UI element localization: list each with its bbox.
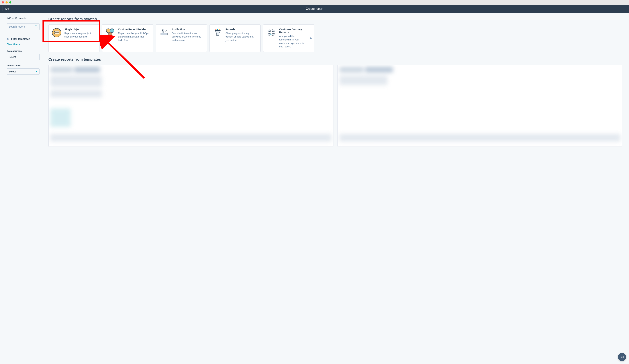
card-title: Funnels — [225, 28, 257, 31]
page-title: Create report — [306, 7, 323, 10]
card-desc: Analyze all the touchpoints in your cust… — [279, 35, 308, 48]
card-funnels[interactable]: Funnels Show progress through contact or… — [209, 24, 261, 52]
main-content: Create reports from scratch Single objec… — [45, 13, 629, 147]
chevron-down-icon — [36, 56, 37, 58]
visualization-select[interactable]: Select — [7, 68, 39, 75]
data-sources-label: Data sources — [7, 50, 39, 52]
svg-point-18 — [163, 30, 164, 30]
card-desc: Show progress through contact or deal st… — [225, 32, 257, 42]
visualization-label: Visualization — [7, 64, 39, 67]
settings-icon — [7, 38, 9, 40]
svg-rect-10 — [54, 33, 59, 34]
card-attribution[interactable]: Attribution See what interactions or act… — [156, 24, 207, 52]
card-title: Attribution — [172, 28, 203, 31]
svg-point-21 — [217, 29, 218, 30]
data-sources-value: Select — [9, 56, 16, 58]
card-desc: See what interactions or activities drov… — [172, 32, 203, 42]
svg-point-13 — [108, 32, 112, 36]
visualization-value: Select — [9, 70, 16, 73]
search-box — [7, 23, 39, 30]
card-customer-journey[interactable]: Customer Journey Reports Analyze all the… — [263, 24, 314, 52]
template-card[interactable] — [48, 65, 333, 147]
filter-heading-label: Filter templates — [11, 37, 30, 40]
svg-rect-26 — [272, 33, 275, 35]
svg-line-1 — [37, 27, 37, 28]
svg-point-20 — [215, 29, 216, 30]
svg-rect-9 — [54, 31, 59, 32]
maximize-window-button[interactable] — [9, 1, 11, 3]
lock-icon — [310, 37, 312, 39]
single-object-icon — [52, 28, 61, 37]
svg-rect-25 — [268, 33, 270, 35]
card-single-object[interactable]: Single object Report on a single object … — [48, 24, 100, 52]
section-from-templates-title: Create reports from templates — [48, 57, 622, 62]
svg-point-8 — [52, 28, 61, 37]
svg-point-16 — [162, 29, 164, 31]
close-window-button[interactable] — [2, 1, 4, 3]
chevron-down-icon — [36, 71, 37, 72]
card-custom-report-builder[interactable]: Custom Report Builder Report on all of y… — [102, 24, 153, 52]
svg-point-6 — [8, 39, 8, 39]
card-desc: Report on all of your HubSpot data withi… — [118, 32, 150, 42]
blurred-preview — [339, 67, 621, 145]
card-title: Customer Journey Reports — [279, 28, 308, 34]
svg-line-19 — [164, 30, 167, 32]
card-title: Single object — [64, 28, 96, 31]
card-desc: Report on a single object such as your c… — [64, 32, 96, 39]
svg-point-7 — [7, 39, 7, 40]
custom-builder-icon — [106, 28, 115, 37]
attribution-icon — [159, 28, 169, 37]
exit-button[interactable]: Exit — [2, 6, 12, 11]
divider — [7, 34, 39, 34]
window-chrome — [0, 0, 629, 5]
journey-icon — [267, 28, 276, 37]
funnels-icon — [213, 28, 223, 37]
svg-point-0 — [35, 25, 37, 27]
result-count: 1-15 of 171 results — [7, 17, 39, 20]
svg-rect-15 — [162, 31, 163, 33]
clear-filters-link[interactable]: Clear filters — [7, 43, 20, 46]
filter-heading: Filter templates — [7, 37, 39, 40]
svg-point-22 — [219, 29, 220, 30]
template-card[interactable] — [337, 65, 623, 147]
svg-point-17 — [163, 30, 163, 30]
svg-rect-14 — [161, 33, 167, 35]
topbar: Exit Create report — [0, 5, 629, 13]
scratch-cards-grid: Single object Report on a single object … — [48, 24, 622, 52]
templates-grid — [48, 65, 622, 147]
blurred-preview — [50, 67, 331, 145]
card-title: Custom Report Builder — [118, 28, 150, 31]
section-from-scratch-title: Create reports from scratch — [48, 17, 622, 21]
search-icon[interactable] — [35, 25, 38, 28]
svg-rect-24 — [272, 30, 275, 32]
sidebar: 1-15 of 171 results Filter templates Cle… — [0, 13, 45, 147]
svg-rect-23 — [268, 30, 270, 32]
minimize-window-button[interactable] — [5, 1, 8, 3]
data-sources-select[interactable]: Select — [7, 54, 39, 60]
svg-point-5 — [7, 38, 8, 38]
